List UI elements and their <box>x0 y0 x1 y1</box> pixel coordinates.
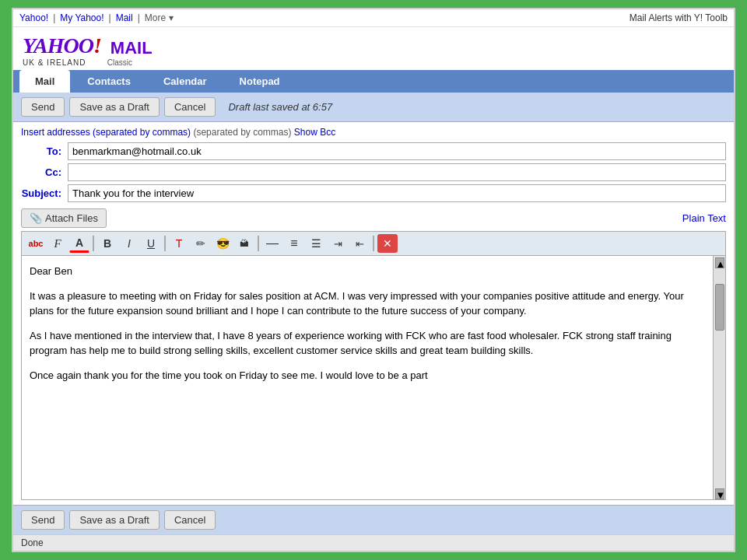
cancel-button-bottom[interactable]: Cancel <box>164 510 216 530</box>
scrollbar-thumb[interactable] <box>715 284 724 331</box>
toolbar-sep-4 <box>373 236 374 251</box>
save-draft-button-bottom[interactable]: Save as a Draft <box>69 510 160 530</box>
email-para1: It was a pleasure to meeting with on Fri… <box>30 289 705 319</box>
indent-button[interactable]: ⇥ <box>328 234 348 253</box>
mail-classic: Classic <box>107 58 132 67</box>
send-button-bottom[interactable]: Send <box>21 510 65 530</box>
mail-link[interactable]: Mail <box>116 12 133 23</box>
email-body-editor[interactable]: Dear Ben It was a pleasure to meeting wi… <box>22 256 713 499</box>
font-button[interactable]: F <box>47 234 68 253</box>
scrollbar-up-arrow[interactable]: ▲ <box>715 257 724 268</box>
save-draft-button-top[interactable]: Save as a Draft <box>69 97 160 117</box>
editor-scrollbar[interactable]: ▲ ▼ <box>713 256 725 499</box>
insert-hint: Insert addresses (separated by commas) (… <box>21 127 726 138</box>
outdent-button[interactable]: ⇤ <box>349 234 370 253</box>
show-bcc-link[interactable]: Show Bcc <box>294 127 335 138</box>
editor-toolbar: abc F A B I U T ✏ 😎 🏔 — ≡ ☰ ⇥ ⇤ ✕ <box>21 231 726 255</box>
status-bar: Done <box>13 534 734 551</box>
draft-status: Draft last saved at 6:57 <box>228 101 332 113</box>
top-nav-right-text: Mail Alerts with Y! Toolb <box>630 12 728 23</box>
yahoo-subtitle: UK & IRELAND <box>23 58 86 67</box>
subject-input[interactable] <box>68 184 726 202</box>
italic-button[interactable]: I <box>119 234 139 253</box>
email-para3: Once again thank you for the time you to… <box>30 368 705 383</box>
mail-logo: MAIL <box>110 38 153 58</box>
send-button-top[interactable]: Send <box>21 97 65 117</box>
compose-area: Insert addresses (separated by commas) (… <box>13 122 734 505</box>
to-label: To: <box>21 145 68 157</box>
bold-button[interactable]: B <box>97 234 117 253</box>
tab-bar: Mail Contacts Calendar Notepad <box>13 70 734 93</box>
attach-row: 📎 Attach Files Plain Text <box>21 208 726 228</box>
emoji-button[interactable]: 😎 <box>212 234 233 253</box>
tab-contacts[interactable]: Contacts <box>72 70 146 93</box>
yahoo-link[interactable]: Yahoo! <box>19 12 48 23</box>
attach-files-label: Attach Files <box>45 212 98 224</box>
cc-row: Cc: <box>21 163 726 181</box>
attach-files-button[interactable]: 📎 Attach Files <box>21 208 107 228</box>
tab-mail[interactable]: Mail <box>19 70 70 93</box>
paperclip-icon: 📎 <box>30 212 42 224</box>
cancel-button-top[interactable]: Cancel <box>164 97 216 117</box>
hrule-button[interactable]: — <box>262 234 282 253</box>
scrollbar-down-arrow[interactable]: ▼ <box>715 488 724 499</box>
plain-text-link[interactable]: Plain Text <box>682 212 726 224</box>
format-button[interactable]: T <box>169 234 189 253</box>
more-link[interactable]: More ▾ <box>145 12 174 23</box>
top-action-bar: Send Save as a Draft Cancel Draft last s… <box>13 93 734 122</box>
toolbar-sep-3 <box>258 236 259 251</box>
myyahoo-link[interactable]: My Yahoo! <box>60 12 103 23</box>
tab-notepad[interactable]: Notepad <box>224 70 296 93</box>
subject-row: Subject: <box>21 184 726 202</box>
underline-button[interactable]: U <box>141 234 161 253</box>
more-chevron-icon: ▾ <box>169 12 174 23</box>
insert-addresses-link[interactable]: Insert addresses (separated by commas) <box>21 127 191 138</box>
toolbar-sep-2 <box>164 236 166 251</box>
to-row: To: <box>21 142 726 160</box>
email-greeting: Dear Ben <box>30 264 705 279</box>
image-button[interactable]: 🏔 <box>234 234 254 253</box>
tab-calendar[interactable]: Calendar <box>148 70 223 93</box>
logo-area: YAHOO! UK & IRELAND MAIL Classic <box>13 27 734 70</box>
editor-wrapper: Dear Ben It was a pleasure to meeting wi… <box>21 255 726 500</box>
toolbar-sep-1 <box>93 236 94 251</box>
cc-label: Cc: <box>21 166 68 178</box>
clear-format-button[interactable]: ✕ <box>377 234 398 253</box>
to-input[interactable] <box>68 142 726 160</box>
highlight-button[interactable]: ✏ <box>191 234 211 253</box>
spellcheck-button[interactable]: abc <box>26 234 46 253</box>
bottom-action-bar: Send Save as a Draft Cancel <box>13 505 734 534</box>
list-button[interactable]: ☰ <box>306 234 326 253</box>
fontcolor-button[interactable]: A <box>69 234 89 253</box>
status-text: Done <box>21 537 44 548</box>
email-para2: As I have mentioned in the interview tha… <box>30 328 705 359</box>
cc-input[interactable] <box>68 163 726 181</box>
subject-label: Subject: <box>21 187 68 199</box>
top-nav-bar: Yahoo! | My Yahoo! | Mail | More ▾ Mail … <box>13 9 734 27</box>
align-button[interactable]: ≡ <box>284 234 304 253</box>
top-nav-links: Yahoo! | My Yahoo! | Mail | More ▾ <box>19 12 174 23</box>
yahoo-logo: YAHOO! <box>23 33 101 58</box>
